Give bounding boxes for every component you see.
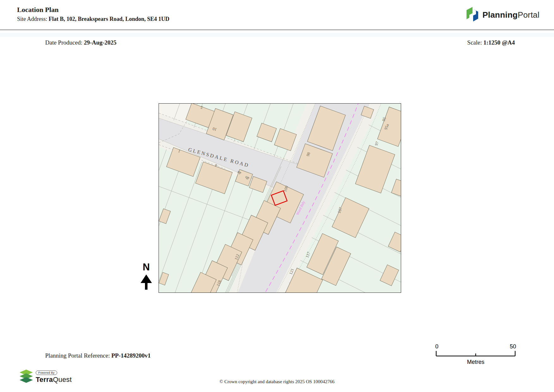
north-indicator: N: [137, 262, 156, 292]
logo-text-light: Portal: [518, 10, 539, 20]
planning-portal-logo-text: PlanningPortal: [482, 10, 539, 20]
planning-portal-logo-icon: [465, 6, 479, 23]
planning-portal-logo: PlanningPortal: [465, 6, 539, 23]
north-arrow-icon: [140, 274, 153, 290]
date-label: Date Produced:: [45, 39, 84, 46]
north-label: N: [137, 262, 156, 272]
terraquest-text-bold: Terra: [36, 376, 53, 383]
map-frame: Ward Bdy GLENSDALE ROAD 5 10 1 4 4a 4b 9…: [159, 103, 401, 293]
reference-value: PP-14289200v1: [111, 352, 151, 359]
header-divider: [0, 30, 554, 30]
powered-by-label: Powered By: [36, 371, 57, 375]
location-map: Ward Bdy GLENSDALE ROAD 5 10 1 4 4a 4b 9…: [159, 104, 401, 292]
terraquest-logo: Powered By TerraQuest: [20, 370, 72, 385]
map-scale: Scale: 1:1250 @A4: [467, 39, 515, 46]
reference-label: Planning Portal Reference:: [45, 352, 111, 359]
terraquest-logo-icon: [20, 370, 33, 385]
site-address-label: Site Address:: [17, 16, 49, 22]
header-tint-band: [0, 33, 554, 37]
terraquest-logo-text: TerraQuest: [36, 376, 72, 384]
scale-label: Scale:: [467, 39, 483, 46]
scale-bar-start: 0: [435, 344, 438, 349]
crown-copyright: © Crown copyright and database rights 20…: [220, 379, 334, 384]
date-produced: Date Produced: 29-Aug-2025: [45, 39, 117, 46]
scale-bar-unit: Metres: [435, 359, 516, 365]
logo-text-bold: Planning: [482, 10, 517, 20]
site-address-value: Flat B, 102, Breakspears Road, London, S…: [49, 16, 169, 22]
date-value: 29-Aug-2025: [84, 39, 116, 46]
page-title: Location Plan: [17, 6, 58, 14]
location-plan-document: Location Plan Site Address: Flat B, 102,…: [0, 0, 554, 392]
scale-value: 1:1250 @A4: [484, 39, 515, 46]
planning-portal-reference: Planning Portal Reference: PP-14289200v1: [45, 352, 151, 359]
terraquest-text-light: Quest: [53, 376, 72, 383]
scale-bar-graphic: [435, 351, 516, 357]
scale-bar-end: 50: [510, 344, 516, 349]
scale-bar: 0 50 Metres: [435, 344, 516, 365]
site-address: Site Address: Flat B, 102, Breakspears R…: [17, 16, 169, 22]
